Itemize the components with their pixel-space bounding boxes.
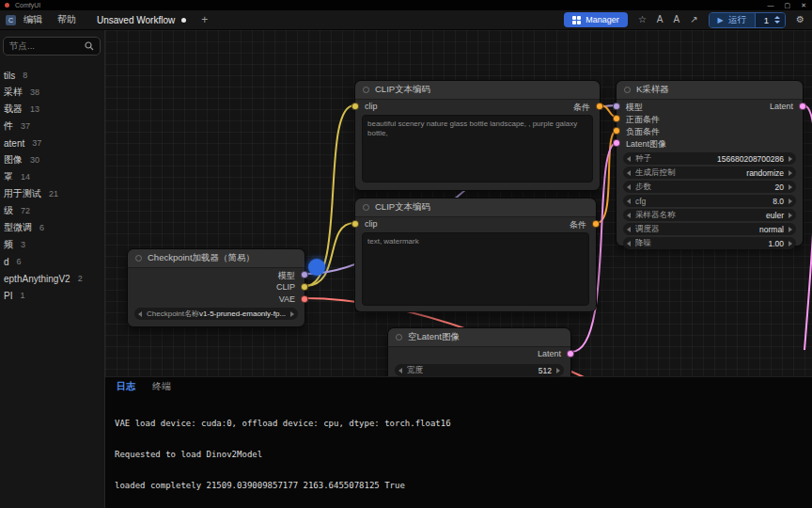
comfyui-app: ComfyUI — ▢ ✕ C 编辑 帮助 Unsaved Workflow +…: [0, 0, 812, 508]
widget-denoise[interactable]: 降噪1.00: [623, 237, 796, 249]
node-header[interactable]: CLIP文本编码: [355, 198, 596, 217]
node-header[interactable]: K采样器: [617, 81, 803, 100]
collapse-dot-icon[interactable]: [363, 87, 369, 93]
widget-prev-arrow[interactable]: [627, 170, 631, 176]
widget-cfg[interactable]: cfg8.0: [623, 195, 796, 207]
widget-prev-arrow[interactable]: [627, 241, 631, 246]
badge-a-icon-2[interactable]: A: [674, 15, 680, 24]
conditioning-output-label: 条件: [573, 102, 590, 114]
negative-prompt-textarea[interactable]: text, watermark: [362, 232, 589, 306]
positive-input-dot[interactable]: [613, 115, 620, 122]
stepper-down-icon[interactable]: [774, 21, 780, 24]
positive-prompt-textarea[interactable]: beautiful scenery nature glass bottle la…: [362, 115, 593, 183]
vae-output-label: VAE: [279, 294, 295, 304]
manager-button[interactable]: Manager: [564, 12, 628, 27]
widget-next-arrow[interactable]: [556, 368, 560, 373]
widget-next-arrow[interactable]: [789, 156, 792, 162]
widget-scheduler[interactable]: 调度器normal: [623, 223, 796, 235]
minimize-icon[interactable]: —: [768, 2, 774, 9]
window-titlebar: ComfyUI — ▢ ✕: [0, 0, 812, 10]
batch-count-stepper[interactable]: 1: [755, 13, 785, 27]
widget-next-arrow[interactable]: [290, 311, 294, 317]
widget-next-arrow[interactable]: [789, 213, 792, 218]
latent-output-dot[interactable]: [567, 350, 574, 357]
sidebar-item-utils[interactable]: tils8: [0, 67, 104, 84]
collapse-dot-icon[interactable]: [624, 87, 631, 93]
comfyui-logo[interactable]: C: [6, 15, 16, 25]
widget-width[interactable]: 宽度 512: [395, 364, 564, 376]
vae-output-dot[interactable]: [301, 295, 308, 303]
sidebar-item-api[interactable]: PI1: [0, 287, 104, 304]
sidebar-item-3d[interactable]: d6: [0, 253, 104, 270]
clip-output-dot[interactable]: [301, 283, 308, 291]
widget-next-arrow[interactable]: [789, 184, 792, 190]
sidebar-item-mask[interactable]: 罩14: [0, 168, 104, 185]
widget-prev-arrow[interactable]: [627, 227, 631, 232]
sidebar-item-image[interactable]: 图像30: [0, 151, 104, 168]
menu-help[interactable]: 帮助: [50, 13, 84, 26]
widget-ckpt-name[interactable]: Checkpoint名称 v1-5-pruned-emaonly-fp...: [134, 308, 298, 320]
clip-input-dot[interactable]: [351, 103, 359, 110]
collapse-dot-icon[interactable]: [135, 255, 142, 262]
node-checkpoint-loader[interactable]: Checkpoint加载器（简易） 模型 CLIP VAE Checkpoint…: [127, 248, 305, 327]
maximize-icon[interactable]: ▢: [785, 2, 791, 9]
widget-prev-arrow[interactable]: [627, 213, 631, 218]
tab-logs[interactable]: 日志: [117, 380, 135, 393]
tab-terminal[interactable]: 终端: [152, 380, 171, 393]
node-category-list: tils8 采样38 载器13 件37 atent37 图像30 罩14 用于测…: [0, 67, 104, 304]
collapse-dot-icon[interactable]: [363, 204, 369, 211]
widget-seed[interactable]: 种子156680208700286: [623, 152, 796, 165]
node-title: Checkpoint加载器（简易）: [148, 252, 255, 264]
widget-prev-arrow[interactable]: [398, 368, 402, 373]
sidebar-item-advanced[interactable]: 级72: [0, 202, 104, 219]
run-button[interactable]: ▶ 运行: [710, 13, 755, 27]
sidebar-item-depthanything[interactable]: epthAnythingV22: [0, 270, 104, 287]
widget-control-after-generate[interactable]: 生成后控制randomize: [623, 167, 796, 179]
search-placeholder: 节点...: [9, 40, 85, 53]
sidebar-item-model-patches[interactable]: 型微调6: [0, 219, 104, 236]
widget-prev-arrow[interactable]: [627, 198, 631, 204]
widget-next-arrow[interactable]: [789, 241, 792, 246]
stepper-up-icon[interactable]: [774, 16, 780, 19]
widget-steps[interactable]: 步数20: [623, 181, 796, 193]
sidebar-item-sampling[interactable]: 采样38: [0, 84, 104, 101]
node-header[interactable]: Checkpoint加载器（简易）: [128, 249, 304, 268]
widget-next-arrow[interactable]: [789, 198, 792, 204]
new-workflow-button[interactable]: +: [201, 13, 208, 26]
node-ksampler[interactable]: K采样器 模型 正面条件 负面条件 Latent图像 Latent 种子1566…: [616, 80, 804, 246]
latent-input-dot[interactable]: [613, 139, 620, 147]
link-drag-indicator[interactable]: [308, 259, 325, 276]
workflow-tab[interactable]: Unsaved Workflow: [97, 15, 186, 25]
star-icon[interactable]: ☆: [638, 15, 647, 24]
model-output-dot[interactable]: [301, 271, 308, 278]
share-icon[interactable]: ↗: [690, 15, 697, 24]
model-input-dot[interactable]: [613, 103, 620, 110]
sidebar-item-latent[interactable]: atent37: [0, 135, 104, 151]
node-clip-text-encode-positive[interactable]: CLIP文本编码 clip 条件 beautiful scenery natur…: [354, 80, 601, 191]
sidebar-item-loaders[interactable]: 载器13: [0, 101, 104, 118]
conditioning-output-dot[interactable]: [596, 103, 603, 110]
sidebar-item-testing[interactable]: 用于测试21: [0, 185, 104, 202]
conditioning-output-dot[interactable]: [592, 220, 600, 228]
menu-edit[interactable]: 编辑: [16, 13, 50, 26]
negative-input-dot[interactable]: [613, 127, 620, 135]
widget-next-arrow[interactable]: [789, 170, 792, 176]
badge-a-icon-1[interactable]: A: [657, 15, 664, 24]
node-search-input[interactable]: 节点...: [3, 37, 101, 56]
sidebar-item-conditioning[interactable]: 件37: [0, 118, 104, 135]
widget-prev-arrow[interactable]: [627, 184, 631, 190]
collapse-dot-icon[interactable]: [396, 334, 402, 341]
close-icon[interactable]: ✕: [801, 2, 806, 9]
node-header[interactable]: CLIP文本编码: [355, 81, 600, 100]
log-output[interactable]: VAE load device: cuda:0, offload device:…: [105, 395, 812, 508]
latent-output-dot[interactable]: [799, 103, 806, 110]
widget-prev-arrow[interactable]: [138, 311, 142, 317]
widget-prev-arrow[interactable]: [627, 156, 631, 162]
clip-input-dot[interactable]: [351, 220, 359, 228]
widget-sampler-name[interactable]: 采样器名称euler: [623, 209, 796, 221]
gear-icon[interactable]: ⚙: [796, 15, 804, 24]
node-header[interactable]: 空Latent图像: [388, 328, 570, 347]
widget-next-arrow[interactable]: [789, 227, 792, 232]
node-clip-text-encode-negative[interactable]: CLIP文本编码 clip 条件 text, watermark: [354, 198, 597, 312]
sidebar-item-audio[interactable]: 频3: [0, 236, 104, 253]
